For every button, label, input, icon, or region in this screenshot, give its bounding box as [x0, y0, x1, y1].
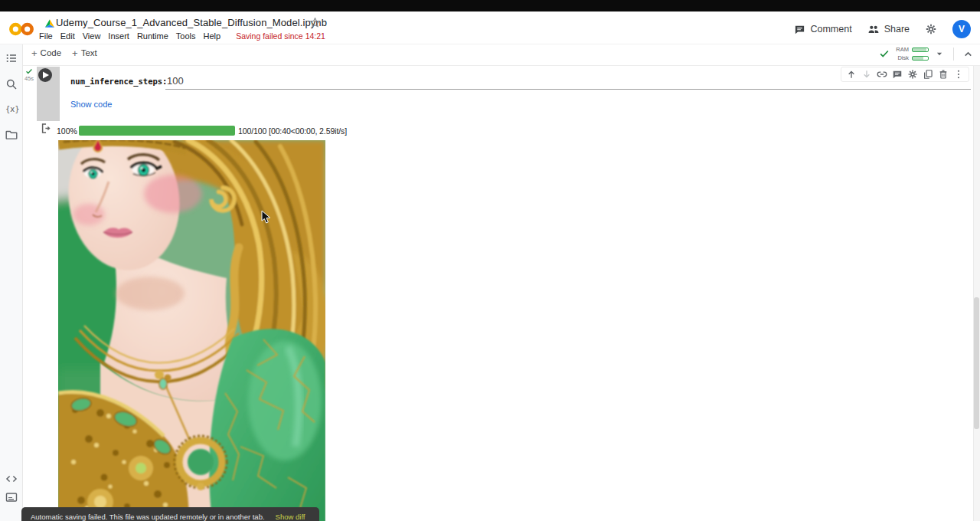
share-label: Share: [884, 24, 910, 34]
terminal-icon[interactable]: [5, 491, 18, 503]
saving-failed-toast: Automatic saving failed. This file was u…: [21, 507, 319, 521]
scrollbar-track: [973, 66, 980, 521]
colab-logo-icon: [8, 20, 34, 38]
star-icon[interactable]: [309, 17, 321, 28]
add-text-label: Text: [81, 48, 97, 57]
menu-tools[interactable]: Tools: [176, 31, 196, 41]
left-sidebar: {x}: [0, 44, 23, 521]
code-snippets-icon[interactable]: [5, 473, 18, 485]
show-diff-button[interactable]: Show diff: [276, 513, 305, 521]
variables-icon[interactable]: {x}: [5, 105, 20, 113]
divider: [953, 48, 954, 61]
generated-image: [58, 140, 325, 521]
comment-button[interactable]: Comment: [794, 24, 851, 35]
folder-icon[interactable]: [5, 129, 18, 141]
saving-status: Saving failed since 14:21: [236, 31, 325, 41]
settings-gear-icon[interactable]: [925, 23, 937, 35]
drive-icon: [44, 18, 55, 28]
comment-icon: [794, 24, 805, 35]
add-code-label: Code: [41, 48, 62, 57]
share-button[interactable]: Share: [867, 23, 910, 35]
menu-edit[interactable]: Edit: [60, 31, 75, 41]
menu-bar: File Edit View Insert Runtime Tools Help…: [39, 31, 325, 41]
run-cell-button[interactable]: [38, 68, 52, 82]
disk-usage-bar: [912, 56, 929, 61]
table-of-contents-icon[interactable]: [5, 52, 18, 64]
connected-check-icon: [879, 48, 890, 59]
mouse-cursor: [261, 210, 271, 224]
menu-help[interactable]: Help: [204, 31, 221, 41]
toast-message: Automatic saving failed. This file was u…: [31, 513, 265, 521]
form-field-label: num_inference_steps:: [70, 77, 167, 86]
colab-app: Udemy_Course_1_Advanced_Stable_Diffusion…: [0, 0, 980, 521]
search-icon[interactable]: [5, 78, 18, 90]
add-text-button[interactable]: + Text: [72, 48, 97, 57]
comment-label: Comment: [810, 24, 851, 34]
disk-label: Disk: [895, 54, 909, 61]
add-code-button[interactable]: + Code: [31, 48, 61, 57]
play-icon: [42, 71, 49, 79]
notebook-title[interactable]: Udemy_Course_1_Advanced_Stable_Diffusion…: [56, 17, 327, 28]
header-actions: Comment Share V: [794, 19, 971, 39]
progress-stats: 100/100 [00:40<00:00, 2.59it/s]: [238, 126, 347, 136]
progress-bar: [79, 126, 235, 136]
menu-file[interactable]: File: [39, 31, 53, 41]
header: Udemy_Course_1_Advanced_Stable_Diffusion…: [0, 11, 980, 44]
progress-percent: 100%: [57, 126, 77, 136]
cell-executed-check-icon: [24, 67, 34, 75]
people-icon: [867, 23, 880, 35]
show-code-link[interactable]: Show code: [70, 100, 112, 109]
caret-down-icon[interactable]: [934, 48, 945, 59]
notebook-toolbar: + Code + Text RAM Disk: [23, 44, 980, 66]
ram-usage-bar: [912, 48, 929, 52]
progress-bar-fill: [79, 126, 235, 136]
user-avatar[interactable]: V: [952, 20, 971, 38]
plus-icon: +: [31, 49, 38, 57]
collapse-toolbar-icon[interactable]: [962, 48, 974, 60]
menu-insert[interactable]: Insert: [108, 31, 129, 41]
menu-runtime[interactable]: Runtime: [137, 31, 168, 41]
num-inference-steps-input[interactable]: [165, 74, 971, 90]
scrollbar-thumb[interactable]: [974, 297, 979, 429]
cell-execution-time: 45s: [22, 75, 36, 82]
menu-view[interactable]: View: [83, 31, 101, 41]
resource-monitor[interactable]: RAM Disk: [879, 46, 974, 61]
ram-label: RAM: [895, 46, 909, 53]
output-cell-icon[interactable]: [41, 123, 52, 134]
top-black-strip: [0, 0, 980, 11]
plus-icon: +: [72, 49, 78, 57]
